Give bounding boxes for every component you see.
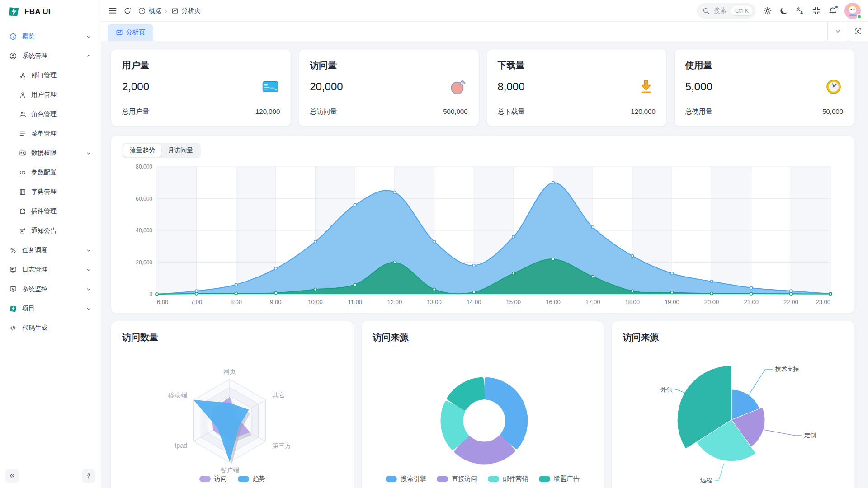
sidebar-subitem-1-1[interactable]: 用户管理 xyxy=(5,86,95,104)
legend-item-联盟广告[interactable]: 联盟广告 xyxy=(539,475,579,483)
svg-text:网页: 网页 xyxy=(223,368,236,375)
svg-text:60,000: 60,000 xyxy=(136,196,152,202)
tab-monthly-visits[interactable]: 月访问量 xyxy=(161,144,199,157)
clock-icon xyxy=(824,77,843,96)
legend-item-直接访问[interactable]: 直接访问 xyxy=(437,475,477,483)
rose-pie-chart: 技术支持定制远程外包 xyxy=(612,321,854,488)
sidebar-item-label: 日志管理 xyxy=(22,266,47,274)
sidebar-subitem-1-4[interactable]: 数据权限 xyxy=(5,144,95,162)
sidebar-subitem-1-6[interactable]: 字典管理 xyxy=(5,183,95,201)
breadcrumb-item-1[interactable]: 分析页 xyxy=(171,7,201,15)
sidebar-item-6[interactable]: 代码生成 xyxy=(5,319,95,337)
stat-value: 5,000 xyxy=(685,80,712,93)
content-fullscreen-icon[interactable] xyxy=(848,22,868,41)
svg-text:9:00: 9:00 xyxy=(270,299,281,305)
sidebar-item-0[interactable]: 概览 xyxy=(5,28,95,46)
stat-card-1: 访问量 20,000 % 总访问量 500,000 xyxy=(298,49,479,127)
sidebar-item-label: 通知公告 xyxy=(31,227,57,235)
legend-item-搜索引擎[interactable]: 搜索引擎 xyxy=(386,475,426,483)
svg-text:18:00: 18:00 xyxy=(625,299,640,305)
visit-source-donut-panel: 访问来源 搜索引擎 直接访问 邮件营销 联盟广告 xyxy=(361,321,604,488)
sidebar-subitem-1-5[interactable]: 参数配置 xyxy=(5,164,95,182)
legend-swatch xyxy=(437,476,448,482)
online-status-dot xyxy=(857,14,862,19)
sidebar-item-label: 参数配置 xyxy=(31,169,57,177)
app-root: FBA UI 概览 系统管理 部门管理 用户管理 角色管理 菜单管理 数据权限 xyxy=(0,0,868,488)
credit-card-icon xyxy=(261,77,280,96)
tab-traffic-trend[interactable]: 流量趋势 xyxy=(123,144,161,157)
stat-title: 下载量 xyxy=(498,59,656,71)
area-chart: 020,00040,00060,00080,0006:007:008:009:0… xyxy=(122,160,843,310)
sidebar-item-1[interactable]: 系统管理 xyxy=(5,47,95,65)
pie-percent-icon: % xyxy=(449,77,468,96)
svg-text:远程: 远程 xyxy=(700,477,712,483)
sidebar-item-5[interactable]: 项目 xyxy=(5,300,95,318)
svg-text:40,000: 40,000 xyxy=(136,227,152,234)
svg-text:8:00: 8:00 xyxy=(231,299,242,305)
radar-chart: 网页其它第三方客户端Ipad移动端 xyxy=(111,353,354,488)
sidebar-item-label: 项目 xyxy=(22,305,35,313)
dark-mode-moon-icon[interactable] xyxy=(779,6,788,15)
svg-text:外包: 外包 xyxy=(660,386,672,393)
legend-swatch xyxy=(539,476,550,482)
svg-text:第三方: 第三方 xyxy=(272,442,291,449)
sidebar-item-label: 概览 xyxy=(22,33,35,41)
tab-analysis-page[interactable]: 分析页 xyxy=(108,24,153,41)
svg-text:15:00: 15:00 xyxy=(506,299,521,305)
svg-text:11:00: 11:00 xyxy=(348,299,362,305)
legend-item-访问[interactable]: 访问 xyxy=(199,475,227,483)
sidebar-subitem-1-2[interactable]: 角色管理 xyxy=(5,105,95,123)
svg-text:20:00: 20:00 xyxy=(704,299,719,305)
sidebar-item-2[interactable]: 任务调度 xyxy=(5,241,95,259)
menu-toggle-icon[interactable] xyxy=(108,6,117,15)
compress-screen-icon[interactable] xyxy=(812,6,821,15)
svg-text:20,000: 20,000 xyxy=(136,259,152,266)
stat-footer-value: 120,000 xyxy=(631,108,656,116)
user-avatar[interactable] xyxy=(844,3,861,19)
logo-row[interactable]: FBA UI xyxy=(0,0,101,23)
app-logo-icon xyxy=(8,6,20,18)
tab-label: 分析页 xyxy=(126,28,145,37)
sidebar-item-4[interactable]: 系统监控 xyxy=(5,280,95,298)
params-icon xyxy=(19,169,26,176)
legend-swatch xyxy=(488,476,499,482)
tab-menu-chevron-icon[interactable] xyxy=(827,22,848,41)
stat-footer-label: 总访问量 xyxy=(310,108,337,116)
breadcrumb-item-0[interactable]: 概览 xyxy=(138,7,161,15)
chevron-down-icon xyxy=(85,150,92,156)
user-circle-icon xyxy=(9,52,17,60)
svg-text:16:00: 16:00 xyxy=(546,299,561,305)
search-input[interactable]: 搜索 Ctrl K xyxy=(697,3,756,19)
svg-text:0: 0 xyxy=(149,291,152,297)
stat-card-3: 使用量 5,000 总使用量 50,000 xyxy=(674,49,854,127)
svg-text:其它: 其它 xyxy=(272,391,285,399)
search-shortcut-badge: Ctrl K xyxy=(731,6,753,16)
settings-gear-icon[interactable] xyxy=(763,6,772,15)
panel-title: 访问来源 xyxy=(373,331,593,343)
svg-text:%: % xyxy=(462,80,465,84)
stat-card-0: 用户量 2,000 总用户量 120,000 xyxy=(111,49,291,127)
stat-cards-row: 用户量 2,000 总用户量 120,000 访问量 20,000 % 总访问量… xyxy=(111,49,854,127)
language-translate-icon[interactable]: 文A xyxy=(796,6,805,15)
chevron-down-icon xyxy=(85,305,92,312)
sidebar-subitem-1-8[interactable]: 通知公告 xyxy=(5,222,95,240)
schedule-icon xyxy=(9,246,17,254)
puzzle-icon xyxy=(19,208,26,215)
sidebar-subitem-1-0[interactable]: 部门管理 xyxy=(5,66,95,84)
svg-text:22:00: 22:00 xyxy=(783,299,798,305)
collapse-sidebar-button[interactable] xyxy=(5,469,19,483)
code-icon xyxy=(9,324,17,332)
sidebar-subitem-1-7[interactable]: 插件管理 xyxy=(5,202,95,221)
menu-lines-icon xyxy=(19,130,26,137)
legend-item-趋势[interactable]: 趋势 xyxy=(238,475,265,483)
notifications-bell-icon[interactable] xyxy=(828,6,837,15)
stat-title: 用户量 xyxy=(122,59,280,71)
legend-item-邮件营销[interactable]: 邮件营销 xyxy=(488,475,528,483)
svg-text:80,000: 80,000 xyxy=(136,164,152,170)
sidebar-subitem-1-3[interactable]: 菜单管理 xyxy=(5,125,95,143)
topbar-actions: 搜索 Ctrl K 文A xyxy=(697,3,861,19)
sidebar-item-3[interactable]: 日志管理 xyxy=(5,261,95,279)
refresh-icon[interactable] xyxy=(123,7,132,15)
app-title: FBA UI xyxy=(24,7,51,16)
pin-sidebar-button[interactable] xyxy=(82,469,95,483)
